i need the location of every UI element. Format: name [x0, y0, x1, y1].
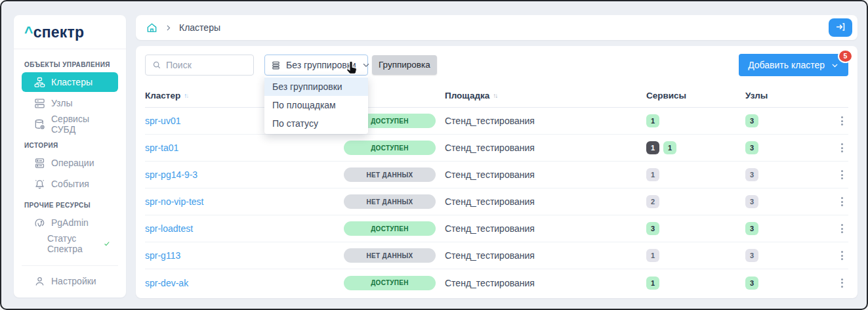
sort-asc-icon[interactable]: ↑↓: [184, 92, 188, 99]
sidebar-item-кластеры[interactable]: Кластеры: [22, 72, 118, 92]
services-count-badge: 1: [663, 141, 676, 154]
cluster-cell: spr-dev-ak: [145, 278, 335, 288]
column-header-площадка[interactable]: Площадка↑↓: [445, 91, 646, 100]
cluster-link[interactable]: spr-pg14-9-3: [145, 169, 197, 180]
site-cell: Стенд_тестирования: [445, 250, 646, 261]
chevron-down-icon[interactable]: [362, 60, 371, 70]
search-input[interactable]: [166, 60, 247, 70]
table-row: spr-ta01ДОСТУПЕНСтенд_тестирования113: [145, 135, 848, 162]
site-cell: Стенд_тестирования: [445, 116, 646, 126]
cluster-link[interactable]: spr-uv01: [145, 116, 180, 126]
status-badge: НЕТ ДАННЫХ: [344, 248, 436, 263]
kebab-menu-icon[interactable]: [836, 194, 848, 209]
app-window: ^спектр ОБЪЕКТЫ УПРАВЛЕНИЯКластерыУзлыСе…: [0, 0, 868, 310]
grouping-option[interactable]: По площадкам: [264, 96, 368, 114]
sidebar-section-label: ПРОЧИЕ РЕСУРСЫ: [24, 202, 115, 209]
column-header-узлы: Узлы: [745, 91, 830, 100]
cluster-link[interactable]: spr-ta01: [145, 143, 178, 153]
actions-cell: [830, 276, 848, 290]
logout-icon: [835, 22, 846, 34]
nodes-count-badge: 3: [745, 249, 758, 262]
kebab-menu-icon[interactable]: [836, 167, 848, 182]
status-cell: НЕТ ДАННЫХ: [335, 194, 445, 209]
services-count-badge: 1: [646, 114, 659, 127]
search-icon: [152, 60, 161, 70]
sidebar-item-label: Операции: [51, 158, 94, 168]
table-toolbar: Без группировки Группировка Добавить кла…: [136, 46, 858, 76]
database-icon: [34, 119, 45, 130]
grouping-select-value: Без группировки: [286, 60, 356, 70]
status-badge: ДОСТУПЕН: [344, 141, 436, 155]
grouping-option[interactable]: По статусу: [264, 114, 368, 133]
table-header-row: Кластер↑↓Площадка↑↓СервисыУзлы: [145, 84, 848, 108]
services-cell: 1: [646, 168, 745, 181]
kebab-menu-icon[interactable]: [836, 276, 848, 290]
sidebar-item-узлы[interactable]: Узлы: [22, 93, 118, 113]
status-cell: НЕТ ДАННЫХ: [335, 167, 445, 182]
cluster-link[interactable]: spr-dev-ak: [145, 278, 188, 288]
grouping-select[interactable]: Без группировки: [264, 55, 368, 76]
table-row: spr-no-vip-testНЕТ ДАННЫХСтенд_тестирова…: [145, 188, 848, 215]
add-cluster-button[interactable]: Добавить кластер: [739, 54, 848, 76]
sidebar-divider: [22, 265, 118, 266]
services-cell: 11: [646, 141, 745, 154]
sidebar-item-settings[interactable]: Настройки: [22, 271, 118, 291]
actions-cell: [830, 114, 848, 128]
home-icon[interactable]: [146, 22, 157, 33]
nodes-cell: 3: [745, 141, 830, 154]
sidebar-item-label: Узлы: [51, 98, 73, 108]
nodes-count-badge: 3: [745, 168, 758, 181]
column-header-label: Сервисы: [646, 91, 686, 100]
cluster-link[interactable]: spr-loadtest: [145, 223, 193, 234]
kebab-menu-icon[interactable]: [836, 248, 848, 263]
sidebar-item-label: PgAdmin: [51, 217, 89, 228]
table-row: spr-dev-akДОСТУПЕНСтенд_тестирования13: [145, 269, 848, 296]
status-cell: ДОСТУПЕН: [335, 221, 445, 236]
sidebar-item-операции[interactable]: Операции: [22, 153, 118, 173]
kebab-menu-icon[interactable]: [836, 221, 848, 236]
cluster-link[interactable]: spr-g113: [145, 250, 180, 261]
sidebar-section-label: ИСТОРИЯ: [24, 142, 115, 149]
column-header-label: Кластер: [145, 91, 180, 100]
services-cell: 1: [646, 114, 745, 127]
kebab-menu-icon[interactable]: [836, 114, 848, 128]
nodes-cell: 3: [745, 168, 830, 181]
table-row: spr-uv01ДОСТУПЕНСтенд_тестирования13: [145, 108, 848, 135]
status-badge: ДОСТУПЕН: [344, 221, 436, 236]
actions-cell: [830, 194, 848, 209]
add-cluster-label: Добавить кластер: [748, 60, 825, 70]
clusters-panel: Без группировки Группировка Добавить кла…: [136, 46, 858, 298]
pgadmin-icon: [34, 217, 45, 229]
grouping-option[interactable]: Без группировки: [264, 78, 368, 96]
services-cell: 2: [646, 195, 745, 208]
sidebar-item-события[interactable]: События: [22, 174, 118, 194]
nodes-cell: 3: [745, 277, 830, 290]
status-badge: ДОСТУПЕН: [344, 276, 436, 290]
sort-icon[interactable]: ↑↓: [493, 92, 497, 99]
sidebar-item-pgadmin[interactable]: PgAdmin: [22, 213, 118, 232]
actions-cell: [830, 248, 848, 263]
sidebar-item-сервисы-субд[interactable]: Сервисы СУБД: [22, 114, 118, 134]
chevron-right-icon: [164, 24, 173, 32]
cluster-cell: spr-loadtest: [145, 223, 335, 234]
services-count-badge: 1: [646, 249, 659, 262]
sidebar-item-статус-спектра[interactable]: Статус Спектра: [22, 234, 118, 254]
clusters-table: Кластер↑↓Площадка↑↓СервисыУзлы spr-uv01Д…: [145, 84, 848, 296]
user-icon: [34, 276, 45, 287]
services-cell: 1: [646, 249, 745, 262]
site-cell: Стенд_тестирования: [445, 169, 646, 180]
cluster-cell: spr-g113: [145, 250, 335, 261]
logout-button[interactable]: [829, 18, 852, 37]
site-cell: Стенд_тестирования: [445, 143, 646, 153]
nodes-count-badge: 3: [745, 277, 758, 290]
search-box[interactable]: [145, 55, 254, 76]
nodes-cell: 3: [745, 249, 830, 262]
sidebar-item-label: Сервисы СУБД: [51, 114, 110, 135]
nodes-count-badge: 3: [745, 195, 758, 208]
cluster-link[interactable]: spr-no-vip-test: [145, 196, 203, 207]
column-header-label: Узлы: [745, 91, 768, 100]
chevron-down-icon: [831, 61, 839, 70]
services-count-badge: 1: [646, 277, 659, 290]
kebab-menu-icon[interactable]: [836, 141, 848, 155]
sidebar-nav: ОБЪЕКТЫ УПРАВЛЕНИЯКластерыУзлыСервисы СУ…: [14, 49, 126, 260]
